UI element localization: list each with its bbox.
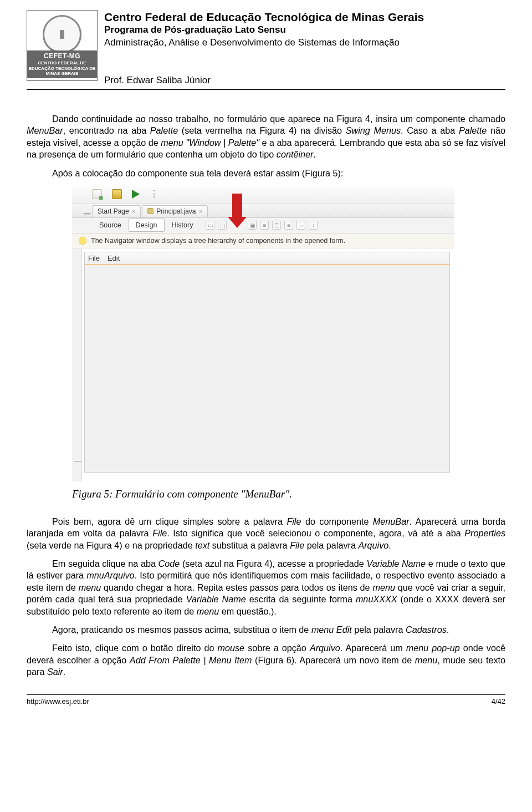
paragraph-6: Feito isto, clique com o botão direito d… <box>27 642 505 678</box>
design-surface: File Edit <box>82 248 454 481</box>
run-icon <box>132 190 140 199</box>
mode-design[interactable]: Design <box>129 219 165 232</box>
paragraph-3: Pois bem, agora dê um clique simples sob… <box>27 516 505 551</box>
mode-source[interactable]: Source <box>92 219 129 232</box>
selection-icon[interactable]: ▭ <box>206 221 214 230</box>
red-arrow-annotation <box>230 212 244 238</box>
tab-start-page[interactable]: Start Page× <box>92 205 141 217</box>
hint-text: The Navigator window displays a tree hie… <box>91 237 345 245</box>
new-file-icon <box>92 189 102 199</box>
minimize-panel-icon: — <box>82 210 92 217</box>
bulb-icon <box>79 237 86 245</box>
align-left-icon[interactable]: ≡ <box>260 221 269 230</box>
ide-toolbar: ⋮ <box>72 186 454 204</box>
footer-page-number: 4/42 <box>492 697 505 706</box>
more-icon: ⋮ <box>150 192 158 196</box>
paragraph-4: Em seguida clique na aba Code (seta azul… <box>27 558 505 617</box>
resize-h-icon[interactable]: ↔ <box>296 221 305 230</box>
logo-main: CEFET-MG <box>28 53 96 60</box>
cefet-logo: CEFET-MG CENTRO FEDERAL DE EDUCAÇÃO TECN… <box>27 10 98 81</box>
preview-icon[interactable]: ▣ <box>248 221 257 230</box>
left-rail: — <box>72 248 82 481</box>
program-name: Programa de Pós-graduação Lato Sensu <box>104 24 424 37</box>
ide-screenshot: ⋮ — Start Page× Principal.java× Source D… <box>72 186 454 481</box>
footer-url: http://www.esj.eti.br <box>27 697 89 706</box>
close-icon[interactable]: × <box>199 208 202 215</box>
professor-name: Prof. Edwar Saliba Júnior <box>104 75 424 86</box>
align-center-icon[interactable]: ≣ <box>272 221 281 230</box>
menu-item-edit[interactable]: Edit <box>108 254 120 262</box>
connection-icon[interactable]: ⬚ <box>218 221 227 230</box>
figure-5-caption: Figura 5: Formulário com componente "Men… <box>72 488 505 500</box>
logo-sub: CENTRO FEDERAL DE EDUCAÇÃO TECNOLÓGICA D… <box>29 60 96 75</box>
document-header: CEFET-MG CENTRO FEDERAL DE EDUCAÇÃO TECN… <box>27 10 505 90</box>
institution-name: Centro Federal de Educação Tecnológica d… <box>104 10 424 24</box>
figure-5: ⋮ — Start Page× Principal.java× Source D… <box>72 186 505 481</box>
java-file-icon <box>147 208 154 214</box>
view-mode-strip: Source Design History ▭ ⬚ ▣ ≡ ≣ ≡ ↔ ↕ <box>72 218 454 234</box>
resize-v-icon[interactable]: ↕ <box>309 221 318 230</box>
page-footer: http://www.esj.eti.br 4/42 <box>27 694 505 706</box>
close-icon[interactable]: × <box>132 208 135 215</box>
paragraph-1: Dando continuidade ao nosso trabalho, no… <box>27 113 505 161</box>
design-toolbar-icons: ▭ ⬚ ▣ ≡ ≣ ≡ ↔ ↕ <box>206 212 318 238</box>
open-file-icon <box>112 189 122 199</box>
menubar-component[interactable]: File Edit <box>85 252 449 265</box>
course-name: Administração, Análise e Desenvolvimento… <box>104 37 424 49</box>
paragraph-2: Após a colocação do componente sua tela … <box>27 168 505 179</box>
paragraph-5: Agora, praticando os mesmos passos acima… <box>27 624 505 636</box>
tab-principal-java[interactable]: Principal.java× <box>142 205 208 217</box>
align-right-icon[interactable]: ≡ <box>284 221 293 230</box>
mode-history[interactable]: History <box>165 219 201 232</box>
menu-item-file[interactable]: File <box>88 254 100 262</box>
jframe-preview[interactable]: File Edit <box>84 252 450 473</box>
